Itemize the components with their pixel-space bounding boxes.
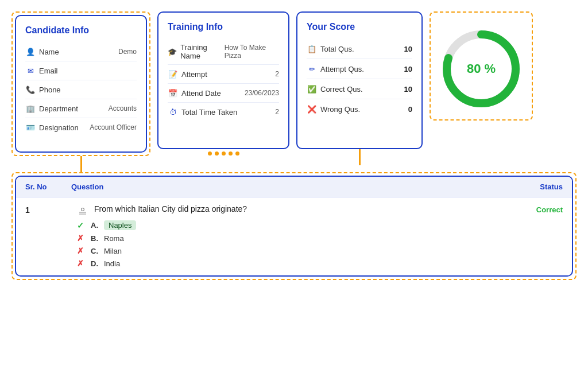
training-attempt-label: 📝 Attempt	[168, 69, 207, 79]
list-item: ✗ D. India	[77, 259, 563, 268]
score-bottom-connector	[359, 149, 361, 165]
option-d-indicator: ✗	[77, 259, 86, 268]
training-name-label: 🎓 Training Name	[168, 43, 225, 60]
header-status: Status	[505, 182, 563, 191]
candidate-dept-value: Accounts	[109, 104, 137, 112]
question-meta: 1 From which Italian City did pizza orig…	[25, 204, 563, 215]
attempt-icon: 📝	[168, 69, 178, 79]
option-b-indicator: ✗	[77, 234, 86, 243]
donut-chart-area: 80 %	[430, 11, 533, 121]
donut-chart: 80 %	[435, 23, 527, 115]
header-question: Question	[71, 182, 505, 191]
option-a-label: A.	[91, 221, 98, 230]
candidate-email-label: ✉ Email	[25, 65, 58, 76]
candidate-desig-row: 🪪 Designation Account Officer	[25, 118, 137, 137]
option-c-label: C.	[91, 247, 98, 255]
candidate-name-value: Demo	[118, 48, 137, 56]
list-item: ✗ C. Milan	[77, 246, 563, 255]
dept-icon: 🏢	[25, 103, 36, 114]
list-item: ✗ B. Roma	[77, 234, 563, 243]
candidate-dept-row: 🏢 Department Accounts	[25, 99, 137, 118]
list-item: ✓ A. Naples	[77, 220, 563, 230]
training-name-row: 🎓 Training Name How To Make Pizza	[168, 39, 279, 65]
option-b-label: B.	[91, 234, 98, 243]
candidate-name-row: 👤 Name Demo	[25, 42, 137, 61]
candidate-phone-label: 📞 Phone	[25, 84, 61, 95]
wrong-qus-row: ❌ Wrong Qus. 0	[307, 99, 412, 119]
option-d-text: India	[104, 259, 120, 268]
dot4	[229, 151, 233, 156]
question-type-icon	[78, 204, 87, 215]
training-info-card: Training Info 🎓 Training Name How To Mak…	[157, 11, 289, 149]
question-number: 1	[25, 204, 71, 215]
candidate-title: Candidate Info	[25, 25, 137, 36]
total-qus-value: 10	[404, 45, 412, 53]
attempt-qus-label: ✏ Attempt Qus.	[307, 64, 364, 74]
calendar-icon: 📅	[168, 88, 178, 98]
email-icon: ✉	[25, 65, 36, 76]
candidate-desig-label: 🪪 Designation	[25, 122, 79, 133]
training-time-row: ⏱ Total Time Taken 2	[168, 103, 279, 121]
question-table: Sr. No Question Status 1	[15, 176, 573, 277]
person-icon: 👤	[25, 46, 36, 57]
table-row: 1 From which Italian City did pizza orig…	[16, 197, 572, 275]
dot5	[235, 151, 239, 156]
correct-qus-label: ✅ Correct Qus.	[307, 84, 363, 94]
wrong-qus-label: ❌ Wrong Qus.	[307, 104, 360, 114]
training-bottom-dots	[208, 151, 239, 156]
training-title: Training Info	[168, 22, 279, 32]
timer-icon: ⏱	[168, 107, 178, 117]
candidate-outer-box: Candidate Info 👤 Name Demo ✉ Email	[11, 11, 150, 156]
training-attempt-row: 📝 Attempt 2	[168, 65, 279, 84]
grad-icon: 🎓	[168, 46, 177, 57]
clipboard-icon: 📋	[307, 44, 317, 54]
attempt-qus-value: 10	[404, 65, 412, 73]
candidate-bottom-connector	[80, 156, 82, 172]
candidate-card-wrapper: Candidate Info 👤 Name Demo ✉ Email	[11, 11, 150, 172]
top-row: Candidate Info 👤 Name Demo ✉ Email	[11, 11, 577, 172]
check-circle-icon: ✅	[307, 84, 317, 94]
correct-qus-row: ✅ Correct Qus. 10	[307, 79, 412, 99]
question-area: Sr. No Question Status 1	[11, 172, 577, 280]
option-c-indicator: ✗	[77, 246, 86, 255]
total-qus-row: 📋 Total Qus. 10	[307, 39, 412, 59]
wrong-qus-value: 0	[408, 105, 412, 114]
dot1	[208, 151, 212, 156]
option-b-text: Roma	[104, 234, 124, 243]
training-date-row: 📅 Attend Date 23/06/2023	[168, 84, 279, 103]
correct-qus-value: 10	[404, 85, 412, 94]
score-card-wrapper: Your Score 📋 Total Qus. 10 ✏ Attempt Qus…	[296, 11, 423, 165]
dot2	[215, 151, 219, 156]
dot3	[222, 151, 226, 156]
phone-icon: 📞	[25, 84, 36, 95]
question-text: From which Italian City did pizza origin…	[94, 204, 498, 213]
training-name-value: How To Make Pizza	[225, 44, 279, 60]
training-date-value: 23/06/2023	[245, 89, 279, 97]
pencil-icon: ✏	[307, 64, 317, 74]
attempt-qus-row: ✏ Attempt Qus. 10	[307, 59, 412, 79]
training-time-label: ⏱ Total Time Taken	[168, 107, 237, 117]
desig-icon: 🪪	[25, 122, 36, 133]
option-d-label: D.	[91, 259, 98, 268]
question-outer-box: Sr. No Question Status 1	[11, 172, 577, 280]
header-srno: Sr. No	[25, 182, 71, 191]
candidate-name-label: 👤 Name	[25, 46, 59, 57]
candidate-phone-row: 📞 Phone	[25, 80, 137, 99]
candidate-info-card: Candidate Info 👤 Name Demo ✉ Email	[15, 15, 147, 153]
option-a-indicator: ✓	[77, 221, 86, 230]
radio-icon	[78, 207, 87, 216]
x-circle-icon: ❌	[307, 104, 317, 114]
svg-point-2	[82, 208, 84, 211]
training-time-value: 2	[275, 108, 279, 116]
score-info-card: Your Score 📋 Total Qus. 10 ✏ Attempt Qus…	[296, 11, 423, 149]
options-list: ✓ A. Naples ✗ B. Roma ✗	[77, 220, 563, 268]
question-status: Correct	[505, 204, 563, 214]
option-c-text: Milan	[104, 247, 122, 255]
option-a-text: Naples	[104, 220, 136, 230]
candidate-desig-value: Account Officer	[90, 123, 137, 131]
score-title: Your Score	[307, 22, 412, 32]
candidate-email-row: ✉ Email	[25, 61, 137, 80]
candidate-dept-label: 🏢 Department	[25, 103, 78, 114]
training-date-label: 📅 Attend Date	[168, 88, 221, 98]
training-card-wrapper: Training Info 🎓 Training Name How To Mak…	[157, 11, 289, 156]
